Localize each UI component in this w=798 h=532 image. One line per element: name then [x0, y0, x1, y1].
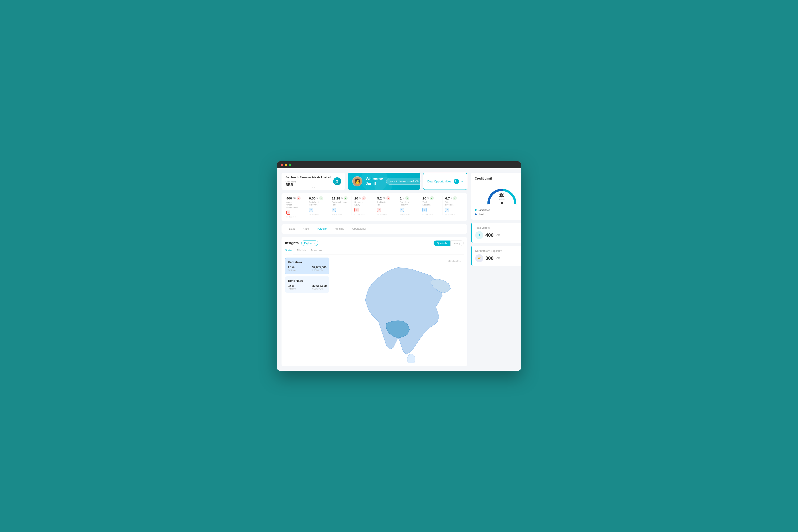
exposure-unit: CR — [496, 257, 500, 260]
metric-icon: ? — [332, 208, 336, 212]
metric-icon: ? — [422, 208, 426, 212]
used-label: Used — [478, 213, 484, 216]
credit-legend: Sanctioned 100 CR Used 10 CR — [475, 209, 521, 216]
deal-card[interactable]: Deal Opportunities 21 ▾ — [423, 173, 467, 190]
subtab-branches[interactable]: Branches — [311, 249, 322, 254]
metric-value: 0.50 — [309, 196, 316, 200]
legend-sanctioned: Sanctioned 100 CR — [475, 209, 521, 211]
yearly-button[interactable]: Yearly — [451, 241, 464, 246]
metric-unit: % — [359, 197, 361, 199]
arrow-up-icon: ▲ — [405, 196, 409, 200]
dashboard: Sambandh Finserve Private Limited Crisil… — [277, 168, 521, 370]
arrow-up-icon: ▲ — [453, 196, 457, 200]
metric-label: TotalLeverage — [445, 201, 462, 206]
metric-icon: ? — [445, 208, 449, 212]
metric-unit: % — [402, 197, 404, 199]
titlebar — [277, 162, 521, 168]
metric-date: 31 Dec 2019 — [355, 213, 372, 215]
svg-point-0 — [336, 180, 338, 182]
arrow-down-icon: ▼ — [297, 196, 301, 200]
period-buttons: Quarterly Yearly — [434, 241, 463, 246]
exposure-header: Northern Arc Exposure ⋯ — [475, 249, 521, 254]
india-map-svg — [332, 258, 464, 362]
chevron-down-icon[interactable]: ⌄⌄ — [311, 185, 316, 188]
metric-date: 31 Dec 2019 — [422, 213, 440, 215]
stat-par-value: 25 % — [288, 266, 297, 269]
metric-unit: % — [427, 197, 429, 199]
metric-icon: ? — [286, 211, 290, 214]
explore-button[interactable]: Explore ↗ — [301, 241, 318, 246]
gauge-container: 0 05 10 Crore — [484, 183, 519, 206]
sanctioned-dot — [475, 209, 477, 211]
borrow-button[interactable]: Want to borrow more? Click here — [386, 178, 420, 185]
metric-value: 6.7 — [445, 196, 450, 200]
borrow-prompt: Want to borrow more? — [390, 180, 414, 183]
stat-pos: 32,655,600 0.56% POS — [312, 284, 327, 290]
metric-aum: 400 CR ▼ AssetsUnder Management ? 31 Dec… — [284, 196, 306, 218]
stat-par-value: 22 % — [288, 284, 296, 287]
metric-leverage: 6.7 x ▲ TotalLeverage ? 31 Dec 2019 — [442, 196, 465, 215]
metric-label: Portfolio atRisk 90% — [309, 201, 326, 206]
subtab-states[interactable]: States — [285, 249, 292, 254]
metric-unit: % — [341, 197, 343, 199]
deal-label: Deal Opportunities — [428, 180, 452, 183]
tab-funding[interactable]: Funding — [330, 226, 348, 232]
quarterly-button[interactable]: Quarterly — [434, 241, 450, 246]
metric-date: 31 Dec 2019 — [286, 216, 303, 218]
metric-icon: ? — [309, 208, 313, 212]
subtab-districts[interactable]: Districts — [297, 249, 307, 254]
exposure-value: 300 — [486, 255, 494, 261]
metric-date: 31 Dec 2019 — [332, 213, 349, 215]
state-name: Karnataka — [288, 261, 326, 264]
explore-label: Explore — [304, 242, 312, 245]
metric-par30: 1 % ▲ Portfolio atRisk 30% ? 31 Dec 2019 — [397, 196, 420, 215]
state-stats: 25 % PAR 90% 32,655,600 0.56% POS — [288, 266, 326, 271]
metric-date: 31 Dec 2019 — [445, 213, 462, 215]
exposure-title: Northern Arc Exposure — [475, 249, 502, 252]
stat-pos: 32,655,600 0.56% POS — [312, 266, 326, 271]
main-window: Sambandh Finserve Private Limited Crisil… — [277, 162, 521, 370]
crisil-label: Crisil Rating — [285, 180, 330, 183]
sanctioned-value: 100 CR — [520, 209, 521, 211]
used-dot — [475, 213, 477, 215]
stat-pos-value: 32,655,600 — [312, 284, 327, 287]
state-card-karnataka[interactable]: Karnataka 25 % PAR 90% 32,655,600 0.56% … — [285, 258, 329, 274]
maximize-dot[interactable] — [289, 164, 291, 166]
metrics-row: 400 CR ▼ AssetsUnder Management ? 31 Dec… — [282, 193, 467, 221]
metric-value: 400 — [286, 196, 292, 200]
metric-par90: 0.50 % ▲ Portfolio atRisk 90% ? 31 Dec 2… — [306, 196, 329, 215]
tab-operational[interactable]: Operational — [348, 226, 370, 232]
svg-text:₹: ₹ — [479, 234, 480, 236]
insights-section: Insights Explore ↗ Quarterly Yearly Stat… — [282, 237, 467, 366]
volume-title: Total Volume — [475, 226, 521, 229]
close-dot[interactable] — [281, 164, 283, 166]
arrow-down-icon: ▼ — [362, 196, 366, 200]
avatar: 🧑 — [352, 176, 362, 186]
left-column: Sambandh Finserve Private Limited Crisil… — [282, 173, 467, 366]
minimize-dot[interactable] — [285, 164, 287, 166]
tab-portfolio[interactable]: Portfolio — [313, 226, 330, 232]
stat-par-label: PAR 90% — [288, 288, 296, 290]
insights-body: Karnataka 25 % PAR 90% 32,655,600 0.56% … — [285, 258, 464, 362]
company-logo — [333, 177, 341, 185]
metric-roe: 20 % ▼ Return onEquity ? 31 Dec 2019 — [352, 196, 374, 215]
borrow-link[interactable]: Click here — [415, 180, 420, 183]
volume-card: Total Volume ₹ 400 CR — [471, 223, 521, 243]
company-name: Sambandh Finserve Private Limited — [285, 176, 330, 179]
metric-unit: % — [317, 197, 318, 199]
stat-par: 25 % PAR 90% — [288, 266, 297, 271]
top-bar: Sambandh Finserve Private Limited Crisil… — [282, 173, 467, 190]
state-card-tamilnadu[interactable]: Tamil Nadu 22 % PAR 90% 32,655,600 0.56%… — [285, 277, 329, 292]
stat-par: 22 % PAR 90% — [288, 284, 296, 290]
metric-unit: x — [451, 197, 452, 199]
metric-date: 31 Dec 2019 — [309, 213, 326, 215]
hand-icon: 🤝 — [475, 254, 483, 262]
company-info: Sambandh Finserve Private Limited Crisil… — [285, 176, 330, 187]
metric-car: 21.18 % ▲ Capital AdequacyRatio ? 31 Dec… — [329, 196, 352, 215]
company-card: Sambandh Finserve Private Limited Crisil… — [282, 173, 345, 190]
arrow-up-icon: ▲ — [344, 196, 347, 200]
tab-data[interactable]: Data — [285, 226, 299, 232]
tab-ratio[interactable]: Ratio — [299, 226, 313, 232]
metric-unit: CR — [383, 197, 385, 199]
rupee-icon: ₹ — [475, 231, 483, 239]
